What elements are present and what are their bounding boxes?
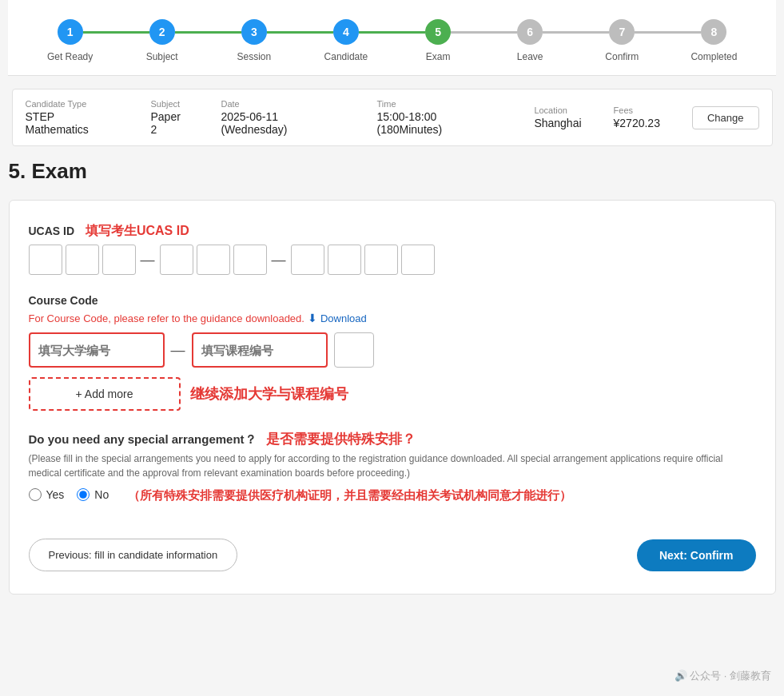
subject-field: Subject Paper 2 [150, 99, 189, 136]
course-input[interactable] [192, 332, 328, 368]
change-button[interactable]: Change [692, 106, 759, 129]
step-circle-1: 1 [58, 19, 83, 45]
ucas-box-4[interactable] [160, 245, 193, 275]
ucas-box-10[interactable] [401, 245, 435, 275]
ucas-box-9[interactable] [364, 245, 398, 275]
course-code-row: — [29, 332, 756, 368]
info-bar: Candidate Type STEP Mathematics Subject … [12, 89, 773, 146]
fees-field: Fees ¥2720.23 [614, 105, 660, 129]
time-value: 15:00-18:00 (180Minutes) [377, 110, 443, 136]
special-hint-cn: 是否需要提供特殊安排？ [266, 432, 416, 447]
step-label-7: Confirm [605, 51, 639, 62]
step-3: 3 Session [208, 19, 300, 62]
radio-no-hint-cn: （所有特殊安排需要提供医疗机构证明，并且需要经由相关考试机构同意才能进行） [128, 488, 571, 503]
radio-no-label: No [94, 488, 109, 501]
stepper: 1 Get Ready 2 Subject 3 Session 4 Candid… [8, 0, 776, 76]
radio-no: No [77, 488, 109, 501]
subject-label: Subject [150, 99, 189, 109]
course-dash: — [171, 342, 185, 359]
connector-7 [635, 31, 701, 34]
radio-yes-label: Yes [46, 488, 65, 501]
add-more-row: + Add more 继续添加大学与课程编号 [29, 377, 756, 411]
time-field: Time 15:00-18:00 (180Minutes) [377, 99, 503, 136]
candidate-type-field: Candidate Type STEP Mathematics [26, 99, 119, 136]
date-field: Date 2025-06-11 (Wednesday) [221, 99, 344, 136]
date-label: Date [221, 99, 344, 109]
step-8: 8 Completed [668, 19, 760, 62]
course-code-label: Course Code [29, 294, 756, 307]
download-icon: ⬇ [308, 312, 317, 324]
course-extra-input[interactable] [334, 332, 374, 368]
candidate-type-label: Candidate Type [26, 99, 119, 109]
step-7: 7 Confirm [576, 19, 668, 62]
page-title: 5. Exam [9, 159, 776, 184]
special-desc: (Please fill in the special arrangements… [29, 451, 756, 480]
ucas-input-row: — — [29, 245, 756, 275]
ucas-box-7[interactable] [291, 245, 324, 275]
step-circle-6: 6 [517, 19, 543, 45]
special-arrangement-section: Do you need any special arrangement？ 是否需… [29, 430, 756, 503]
step-label-5: Exam [426, 51, 451, 62]
step-circle-5: 5 [425, 19, 451, 45]
step-label-4: Candidate [324, 51, 368, 62]
step-label-6: Leave [517, 51, 543, 62]
add-more-button[interactable]: + Add more [29, 377, 181, 411]
course-code-guidance: For Course Code, please refer to the gui… [29, 312, 304, 324]
special-title: Do you need any special arrangement？ 是否需… [29, 430, 756, 448]
prev-button[interactable]: Previous: fill in candidate information [29, 539, 238, 571]
radio-yes: Yes [29, 488, 65, 501]
next-button[interactable]: Next: Confirm [637, 539, 756, 571]
ucas-box-1[interactable] [29, 245, 62, 275]
step-circle-2: 2 [149, 19, 175, 45]
add-more-container: + Add more 继续添加大学与课程编号 [29, 377, 756, 411]
step-circle-3: 3 [241, 19, 267, 45]
step-2: 2 Subject [116, 19, 208, 62]
footer-buttons: Previous: fill in candidate information … [29, 526, 756, 571]
course-code-section: Course Code For Course Code, please refe… [29, 294, 756, 368]
step-label-1: Get Ready [47, 51, 93, 62]
download-link[interactable]: Download [320, 312, 367, 324]
location-label: Location [534, 105, 581, 115]
step-circle-8: 8 [701, 19, 726, 45]
location-field: Location Shanghai [534, 105, 581, 129]
step-circle-7: 7 [609, 19, 635, 45]
connector-2 [175, 31, 241, 34]
ucas-box-6[interactable] [233, 245, 267, 275]
connector-5 [451, 31, 517, 34]
candidate-type-value: STEP Mathematics [26, 110, 89, 136]
date-value: 2025-06-11 (Wednesday) [221, 110, 287, 136]
ucas-box-5[interactable] [197, 245, 230, 275]
location-value: Shanghai [534, 117, 581, 129]
main-content: 5. Exam UCAS ID 填写考生UCAS ID — [9, 159, 776, 614]
step-circle-4: 4 [333, 19, 359, 45]
university-input[interactable] [29, 332, 165, 368]
ucas-dash-2: — [270, 252, 288, 268]
subject-value: Paper 2 [150, 110, 180, 136]
step-6: 6 Leave [484, 19, 576, 62]
step-5: 5 Exam [392, 19, 484, 62]
radio-yes-input[interactable] [29, 488, 42, 501]
form-card: UCAS ID 填写考生UCAS ID — — [9, 200, 776, 595]
step-label-2: Subject [146, 51, 178, 62]
step-label-3: Session [237, 51, 271, 62]
ucas-hint-cn: 填写考生UCAS ID [86, 224, 189, 237]
ucas-section: UCAS ID 填写考生UCAS ID — — [29, 223, 756, 275]
ucas-dash-1: — [139, 252, 157, 268]
radio-no-input[interactable] [77, 488, 90, 501]
step-label-8: Completed [690, 51, 737, 62]
fees-label: Fees [614, 105, 660, 115]
continue-hint-cn: 继续添加大学与课程编号 [190, 384, 348, 404]
connector-3 [267, 31, 333, 34]
radio-row: Yes No （所有特殊安排需要提供医疗机构证明，并且需要经由相关考试机构同意才… [29, 488, 756, 503]
step-4: 4 Candidate [300, 19, 392, 62]
connector-6 [543, 31, 609, 34]
ucas-label: UCAS ID 填写考生UCAS ID [29, 223, 756, 240]
ucas-box-3[interactable] [102, 245, 136, 275]
step-1: 1 Get Ready [24, 19, 116, 62]
connector-4 [359, 31, 425, 34]
time-label: Time [377, 99, 503, 109]
connector-1 [83, 31, 149, 34]
fees-value: ¥2720.23 [614, 117, 660, 129]
ucas-box-2[interactable] [66, 245, 99, 275]
ucas-box-8[interactable] [328, 245, 361, 275]
